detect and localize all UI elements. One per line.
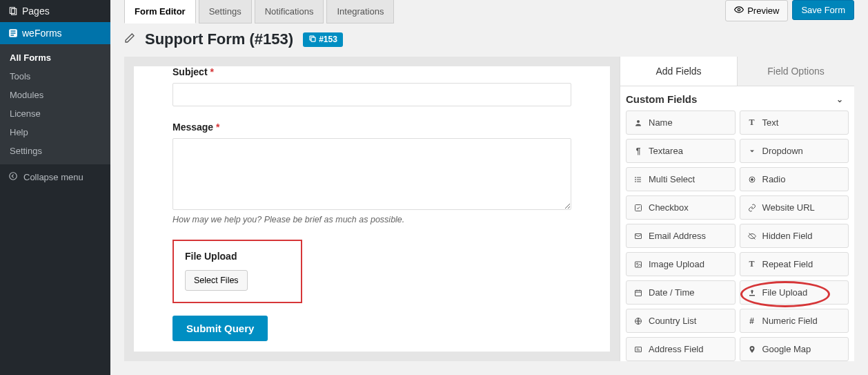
- required-mark: *: [216, 122, 219, 133]
- custom-fields-header[interactable]: Custom Fields ⌄: [623, 86, 851, 110]
- pages-icon: [8, 6, 22, 16]
- submenu-license[interactable]: License: [0, 104, 110, 123]
- form-preview-outer: Subject * Message * How may we help you?…: [124, 57, 620, 361]
- pencil-icon[interactable]: [124, 32, 135, 46]
- tab-field-options[interactable]: Field Options: [737, 57, 854, 86]
- cal-icon: [633, 289, 643, 297]
- field-btn-website-url[interactable]: Website URL: [740, 195, 849, 220]
- right-tabs: Add Fields Field Options: [620, 57, 854, 86]
- field-btn-label: Email Address: [649, 231, 706, 241]
- field-btn-label: Google Map: [762, 344, 811, 354]
- para-icon: ¶: [633, 146, 643, 156]
- image-icon: [633, 260, 643, 269]
- field-btn-textarea[interactable]: ¶Textarea: [626, 139, 736, 163]
- globe-icon: [633, 317, 643, 325]
- text-icon: T: [747, 117, 757, 128]
- collapse-menu[interactable]: Collapse menu: [0, 164, 110, 190]
- subject-label: Subject *: [172, 66, 571, 77]
- shortcode-badge[interactable]: #153: [303, 32, 343, 47]
- tab-settings[interactable]: Settings: [199, 0, 252, 23]
- collapse-label: Collapse menu: [23, 172, 83, 182]
- field-btn-file-upload[interactable]: File Upload: [740, 280, 849, 305]
- tab-integrations[interactable]: Integrations: [326, 0, 394, 23]
- field-message[interactable]: Message * How may we help you? Please be…: [172, 122, 571, 224]
- sidebar-item-weforms[interactable]: weForms: [0, 22, 110, 44]
- main-area: Form Editor Settings Notifications Integ…: [110, 0, 868, 375]
- field-btn-label: Website URL: [762, 202, 815, 213]
- field-btn-dropdown[interactable]: Dropdown: [740, 139, 849, 163]
- svg-rect-26: [635, 347, 642, 352]
- submenu-modules[interactable]: Modules: [0, 86, 110, 104]
- dot-icon: [747, 175, 757, 184]
- field-btn-email-address[interactable]: Email Address: [626, 224, 736, 248]
- svg-point-19: [637, 263, 638, 265]
- message-textarea[interactable]: [172, 138, 571, 210]
- preview-button[interactable]: Preview: [725, 0, 788, 21]
- field-btn-repeat-field[interactable]: TRepeat Field: [740, 252, 849, 276]
- field-btn-date-time[interactable]: Date / Time: [626, 280, 736, 305]
- svg-point-14: [751, 178, 753, 180]
- field-btn-label: Name: [649, 117, 673, 128]
- field-btn-address-field[interactable]: Address Field: [626, 337, 736, 361]
- caret-icon: [747, 147, 757, 155]
- tab-add-fields[interactable]: Add Fields: [620, 57, 737, 86]
- preview-label: Preview: [747, 6, 779, 16]
- svg-rect-5: [311, 37, 315, 41]
- field-btn-label: Text: [762, 117, 779, 128]
- badge-text: #153: [319, 35, 337, 44]
- upload-icon: [747, 289, 757, 297]
- field-btn-hidden-field[interactable]: Hidden Field: [740, 224, 849, 248]
- svg-point-4: [738, 8, 740, 11]
- user-icon: [633, 119, 643, 127]
- subject-input[interactable]: [172, 83, 571, 106]
- select-files-button[interactable]: Select Files: [185, 270, 248, 291]
- field-btn-checkbox[interactable]: Checkbox: [626, 195, 736, 220]
- field-subject[interactable]: Subject *: [172, 66, 571, 106]
- svg-point-11: [635, 179, 636, 180]
- mail-icon: [633, 232, 643, 240]
- tab-form-editor[interactable]: Form Editor: [124, 0, 196, 23]
- weforms-submenu: All Forms Tools Modules License Help Set…: [0, 44, 110, 164]
- field-btn-name[interactable]: Name: [626, 110, 736, 135]
- field-btn-numeric-field[interactable]: #Numeric Field: [740, 309, 849, 333]
- file-upload-label: File Upload: [185, 251, 290, 262]
- submenu-tools[interactable]: Tools: [0, 67, 110, 86]
- sidebar-item-pages[interactable]: Pages: [0, 0, 110, 22]
- card-icon: [633, 345, 643, 354]
- submenu-settings[interactable]: Settings: [0, 142, 110, 160]
- field-btn-label: Repeat Field: [762, 259, 813, 269]
- svg-rect-24: [749, 295, 755, 296]
- field-btn-text[interactable]: TText: [740, 110, 849, 135]
- field-btn-label: Numeric Field: [762, 316, 818, 326]
- field-btn-country-list[interactable]: Country List: [626, 309, 736, 333]
- sidebar-label-pages: Pages: [22, 6, 50, 17]
- right-panel: Add Fields Field Options Custom Fields ⌄…: [620, 57, 854, 361]
- field-btn-label: Dropdown: [762, 146, 803, 156]
- eyeoff-icon: [747, 232, 757, 240]
- field-btn-multi-select[interactable]: Multi Select: [626, 167, 736, 191]
- field-btn-label: Hidden Field: [762, 231, 813, 241]
- field-file-upload-highlight: File Upload Select Files: [172, 240, 302, 303]
- textcur-icon: T: [747, 259, 757, 269]
- chevron-down-icon: ⌄: [836, 95, 843, 104]
- top-row: Form Editor Settings Notifications Integ…: [110, 0, 868, 23]
- field-btn-label: File Upload: [762, 287, 808, 298]
- form-title: Support Form (#153): [145, 30, 293, 48]
- copy-icon: [308, 35, 317, 45]
- field-btn-google-map[interactable]: Google Map: [740, 337, 849, 361]
- tab-notifications[interactable]: Notifications: [255, 0, 324, 23]
- pin-icon: [747, 345, 757, 354]
- submenu-all-forms[interactable]: All Forms: [0, 48, 110, 67]
- field-btn-image-upload[interactable]: Image Upload: [626, 252, 736, 276]
- field-btn-radio[interactable]: Radio: [740, 167, 849, 191]
- admin-sidebar: Pages weForms All Forms Tools Modules Li…: [0, 0, 110, 375]
- list-icon: [633, 175, 643, 184]
- link-icon: [747, 204, 757, 212]
- submenu-help[interactable]: Help: [0, 123, 110, 142]
- editor-content: Subject * Message * How may we help you?…: [110, 57, 868, 375]
- svg-rect-15: [635, 204, 642, 211]
- save-form-button[interactable]: Save Form: [792, 0, 854, 20]
- submit-button[interactable]: Submit Query: [172, 316, 268, 341]
- field-btn-label: Country List: [649, 316, 696, 326]
- field-btn-label: Radio: [762, 174, 786, 184]
